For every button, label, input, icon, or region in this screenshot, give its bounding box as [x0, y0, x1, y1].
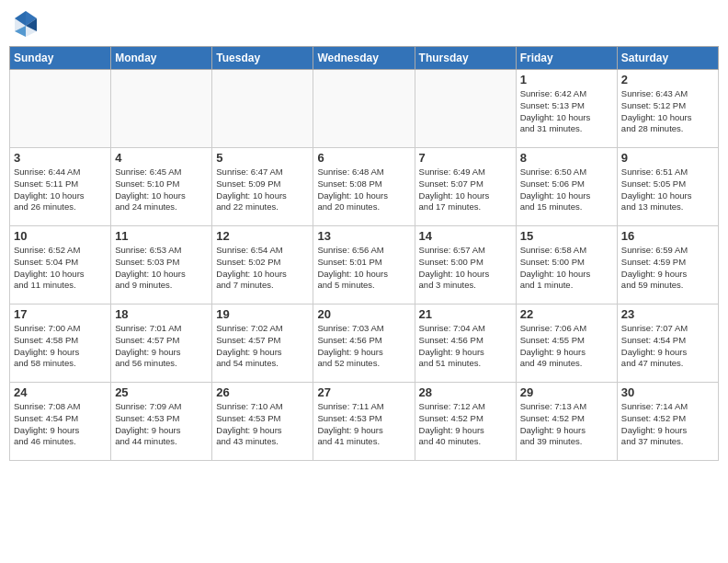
day-info: Sunrise: 6:58 AM Sunset: 5:00 PM Dayligh… [520, 245, 613, 292]
header-monday: Monday [111, 47, 212, 70]
header-saturday: Saturday [617, 47, 718, 70]
day-number: 26 [216, 385, 309, 399]
calendar-cell: 10Sunrise: 6:52 AM Sunset: 5:04 PM Dayli… [10, 226, 111, 304]
day-number: 17 [14, 307, 107, 321]
calendar-table: SundayMondayTuesdayWednesdayThursdayFrid… [9, 46, 719, 461]
calendar-week-5: 24Sunrise: 7:08 AM Sunset: 4:54 PM Dayli… [10, 383, 719, 461]
day-number: 14 [419, 229, 512, 243]
day-number: 27 [317, 385, 410, 399]
calendar-cell [212, 70, 313, 148]
calendar-cell: 20Sunrise: 7:03 AM Sunset: 4:56 PM Dayli… [313, 304, 415, 383]
day-info: Sunrise: 6:48 AM Sunset: 5:08 PM Dayligh… [317, 167, 410, 213]
calendar-cell: 22Sunrise: 7:06 AM Sunset: 4:55 PM Dayli… [516, 304, 617, 383]
day-number: 24 [14, 385, 107, 399]
day-info: Sunrise: 6:44 AM Sunset: 5:11 PM Dayligh… [14, 167, 107, 213]
logo [13, 9, 42, 39]
calendar-cell: 3Sunrise: 6:44 AM Sunset: 5:11 PM Daylig… [10, 148, 111, 226]
day-number: 15 [520, 229, 613, 243]
day-number: 29 [520, 385, 613, 399]
calendar-cell: 5Sunrise: 6:47 AM Sunset: 5:09 PM Daylig… [212, 148, 313, 226]
header-friday: Friday [516, 47, 617, 70]
day-info: Sunrise: 6:53 AM Sunset: 5:03 PM Dayligh… [115, 245, 208, 292]
day-number: 6 [317, 151, 410, 165]
calendar-cell: 11Sunrise: 6:53 AM Sunset: 5:03 PM Dayli… [111, 226, 212, 304]
calendar-cell: 27Sunrise: 7:11 AM Sunset: 4:53 PM Dayli… [313, 383, 415, 461]
day-number: 25 [115, 385, 208, 399]
calendar-cell: 25Sunrise: 7:09 AM Sunset: 4:53 PM Dayli… [111, 383, 212, 461]
day-number: 13 [317, 229, 410, 243]
calendar-cell: 28Sunrise: 7:12 AM Sunset: 4:52 PM Dayli… [415, 383, 516, 461]
day-info: Sunrise: 7:03 AM Sunset: 4:56 PM Dayligh… [317, 323, 410, 370]
day-info: Sunrise: 6:43 AM Sunset: 5:12 PM Dayligh… [621, 88, 714, 135]
calendar-week-4: 17Sunrise: 7:00 AM Sunset: 4:58 PM Dayli… [10, 304, 719, 383]
day-info: Sunrise: 6:57 AM Sunset: 5:00 PM Dayligh… [419, 245, 512, 292]
day-info: Sunrise: 6:49 AM Sunset: 5:07 PM Dayligh… [419, 167, 512, 213]
logo-icon [13, 9, 39, 39]
calendar-cell: 29Sunrise: 7:13 AM Sunset: 4:52 PM Dayli… [516, 383, 617, 461]
day-number: 2 [621, 73, 714, 86]
calendar-cell: 7Sunrise: 6:49 AM Sunset: 5:07 PM Daylig… [415, 148, 516, 226]
day-number: 4 [115, 151, 208, 165]
calendar-cell: 14Sunrise: 6:57 AM Sunset: 5:00 PM Dayli… [415, 226, 516, 304]
day-number: 8 [520, 151, 613, 165]
calendar-cell: 30Sunrise: 7:14 AM Sunset: 4:52 PM Dayli… [617, 383, 718, 461]
day-info: Sunrise: 6:51 AM Sunset: 5:05 PM Dayligh… [621, 167, 714, 213]
day-info: Sunrise: 6:52 AM Sunset: 5:04 PM Dayligh… [14, 245, 107, 292]
calendar-cell: 9Sunrise: 6:51 AM Sunset: 5:05 PM Daylig… [617, 148, 718, 226]
header-tuesday: Tuesday [212, 47, 313, 70]
calendar-cell: 13Sunrise: 6:56 AM Sunset: 5:01 PM Dayli… [313, 226, 415, 304]
day-info: Sunrise: 7:09 AM Sunset: 4:53 PM Dayligh… [115, 401, 208, 448]
day-number: 21 [419, 307, 512, 321]
calendar-cell: 8Sunrise: 6:50 AM Sunset: 5:06 PM Daylig… [516, 148, 617, 226]
header-wednesday: Wednesday [313, 47, 415, 70]
day-number: 11 [115, 229, 208, 243]
calendar-cell: 12Sunrise: 6:54 AM Sunset: 5:02 PM Dayli… [212, 226, 313, 304]
day-info: Sunrise: 7:14 AM Sunset: 4:52 PM Dayligh… [621, 401, 714, 448]
calendar-cell: 23Sunrise: 7:07 AM Sunset: 4:54 PM Dayli… [617, 304, 718, 383]
calendar-week-2: 3Sunrise: 6:44 AM Sunset: 5:11 PM Daylig… [10, 148, 719, 226]
day-info: Sunrise: 7:13 AM Sunset: 4:52 PM Dayligh… [520, 401, 613, 448]
calendar-cell: 6Sunrise: 6:48 AM Sunset: 5:08 PM Daylig… [313, 148, 415, 226]
day-number: 23 [621, 307, 714, 321]
day-number: 28 [419, 385, 512, 399]
day-number: 12 [216, 229, 309, 243]
day-info: Sunrise: 7:07 AM Sunset: 4:54 PM Dayligh… [621, 323, 714, 370]
day-info: Sunrise: 7:10 AM Sunset: 4:53 PM Dayligh… [216, 401, 309, 448]
day-info: Sunrise: 7:06 AM Sunset: 4:55 PM Dayligh… [520, 323, 613, 370]
calendar-week-3: 10Sunrise: 6:52 AM Sunset: 5:04 PM Dayli… [10, 226, 719, 304]
day-number: 30 [621, 385, 714, 399]
day-info: Sunrise: 6:56 AM Sunset: 5:01 PM Dayligh… [317, 245, 410, 292]
day-number: 22 [520, 307, 613, 321]
calendar-cell [313, 70, 415, 148]
calendar-cell [111, 70, 212, 148]
calendar-cell: 18Sunrise: 7:01 AM Sunset: 4:57 PM Dayli… [111, 304, 212, 383]
day-info: Sunrise: 6:50 AM Sunset: 5:06 PM Dayligh… [520, 167, 613, 213]
calendar-cell: 17Sunrise: 7:00 AM Sunset: 4:58 PM Dayli… [10, 304, 111, 383]
day-info: Sunrise: 7:00 AM Sunset: 4:58 PM Dayligh… [14, 323, 107, 370]
day-number: 10 [14, 229, 107, 243]
header-sunday: Sunday [10, 47, 111, 70]
day-info: Sunrise: 6:42 AM Sunset: 5:13 PM Dayligh… [520, 88, 613, 135]
day-number: 19 [216, 307, 309, 321]
day-number: 7 [419, 151, 512, 165]
calendar-cell: 24Sunrise: 7:08 AM Sunset: 4:54 PM Dayli… [10, 383, 111, 461]
day-info: Sunrise: 7:01 AM Sunset: 4:57 PM Dayligh… [115, 323, 208, 370]
day-number: 9 [621, 151, 714, 165]
day-info: Sunrise: 6:59 AM Sunset: 4:59 PM Dayligh… [621, 245, 714, 292]
page-header [9, 9, 719, 39]
calendar-cell: 19Sunrise: 7:02 AM Sunset: 4:57 PM Dayli… [212, 304, 313, 383]
day-info: Sunrise: 7:04 AM Sunset: 4:56 PM Dayligh… [419, 323, 512, 370]
calendar-cell: 2Sunrise: 6:43 AM Sunset: 5:12 PM Daylig… [617, 70, 718, 148]
day-info: Sunrise: 7:12 AM Sunset: 4:52 PM Dayligh… [419, 401, 512, 448]
day-number: 1 [520, 73, 613, 86]
day-number: 18 [115, 307, 208, 321]
day-info: Sunrise: 7:08 AM Sunset: 4:54 PM Dayligh… [14, 401, 107, 448]
calendar-cell: 21Sunrise: 7:04 AM Sunset: 4:56 PM Dayli… [415, 304, 516, 383]
day-info: Sunrise: 7:02 AM Sunset: 4:57 PM Dayligh… [216, 323, 309, 370]
calendar-week-1: 1Sunrise: 6:42 AM Sunset: 5:13 PM Daylig… [10, 70, 719, 148]
header-thursday: Thursday [415, 47, 516, 70]
day-info: Sunrise: 6:45 AM Sunset: 5:10 PM Dayligh… [115, 167, 208, 213]
day-info: Sunrise: 7:11 AM Sunset: 4:53 PM Dayligh… [317, 401, 410, 448]
day-number: 20 [317, 307, 410, 321]
calendar-cell: 15Sunrise: 6:58 AM Sunset: 5:00 PM Dayli… [516, 226, 617, 304]
